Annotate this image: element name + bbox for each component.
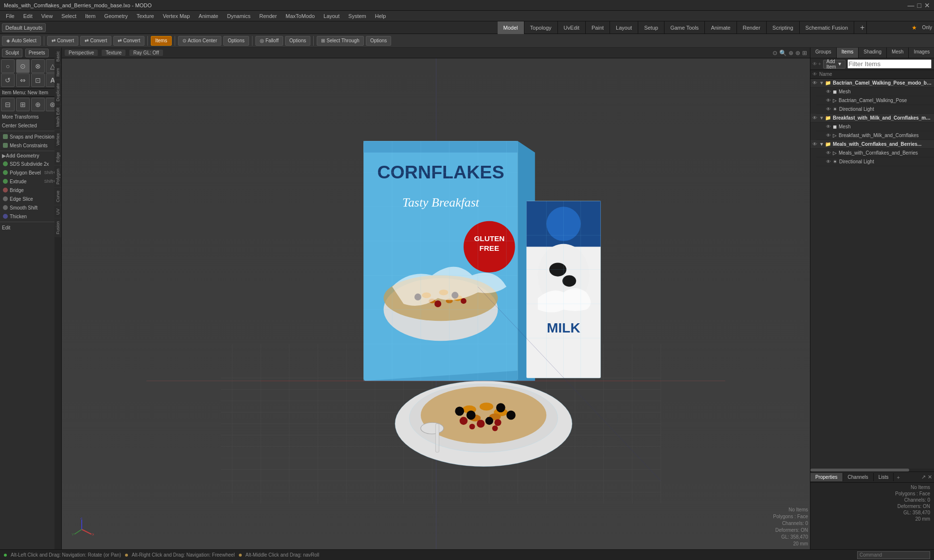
command-input[interactable] [857, 551, 930, 559]
breakfast-item-eye[interactable]: 👁 [826, 133, 831, 138]
breakfast-mesh-row[interactable]: 👁 ◼ Mesh [816, 122, 934, 131]
menu-render[interactable]: Render [255, 12, 281, 20]
meals-collapse-icon[interactable]: ▼ [819, 141, 824, 147]
ray-gl-label[interactable]: Ray GL: Off [129, 50, 163, 56]
menu-file[interactable]: File [2, 12, 18, 20]
vtab-polygon[interactable]: Polygon [54, 165, 61, 188]
sculpt-btn[interactable]: Sculpt [2, 49, 22, 57]
item-menu-dropdown[interactable]: Item Menu: New Item ▼ [0, 88, 61, 97]
meals-group-row[interactable]: 👁 ▼ 📁 Meals_with_Cornflakes_and_Berries.… [810, 140, 934, 149]
mode-icon-1[interactable]: ⊟ [1, 98, 15, 111]
vtab-fusion[interactable]: Fusion [54, 218, 61, 237]
vp-icon-2[interactable]: 🔍 [779, 50, 787, 56]
bactrian-eye[interactable]: 👁 [812, 80, 817, 86]
breakfast-item-row[interactable]: 👁 ▷ Breakfast_with_Milk_and_Cornflakes [816, 131, 934, 140]
bactrian-pose-row[interactable]: 👁 ▷ Bactrian_Camel_Walking_Pose [816, 96, 934, 105]
convert-btn-1[interactable]: ⇄ Convert [47, 36, 78, 46]
filter-items-input[interactable] [847, 59, 932, 69]
edge-slice-btn[interactable]: Edge Slice [0, 194, 61, 203]
thicken-btn[interactable]: Thicken [0, 212, 61, 221]
properties-tab[interactable]: Properties [810, 473, 843, 481]
items-list[interactable]: 👁 ▼ 📁 Bactrian_Camel_Walking_Pose_modo_b… [810, 79, 934, 469]
mode-icon-3[interactable]: ⊕ [31, 98, 45, 111]
tab-topology[interactable]: Topology [524, 21, 558, 34]
falloff-btn[interactable]: ◎ Falloff [255, 36, 283, 46]
dir-light-1-row[interactable]: 👁 ☀ Directional Light [816, 105, 934, 114]
bactrian-mesh-row[interactable]: 👁 ◼ Mesh [816, 88, 934, 96]
tab-render[interactable]: Render [737, 21, 767, 34]
viewport[interactable]: Perspective Texture Ray GL: Off ⊙ 🔍 ⊕ ⊛ … [62, 48, 810, 549]
meals-item-eye[interactable]: 👁 [826, 150, 831, 156]
add-layout-tab[interactable]: + [854, 21, 867, 34]
menu-help[interactable]: Help [371, 12, 390, 20]
layout-dropdown[interactable]: Default Layouts [2, 23, 46, 32]
action-center-btn[interactable]: ⊙ Action Center [178, 36, 222, 46]
action-options-btn[interactable]: Options [223, 36, 249, 46]
lists-tab[interactable]: Lists [874, 473, 894, 481]
tab-groups[interactable]: Groups [810, 48, 837, 58]
scale-icon-btn[interactable]: ⊗ [31, 59, 45, 73]
undo-icon-btn[interactable]: ↺ [1, 73, 15, 87]
falloff-options-btn[interactable]: Options [285, 36, 310, 46]
menu-edit[interactable]: Edit [19, 12, 36, 20]
vtab-vertex[interactable]: Vertex [54, 130, 61, 149]
bactrian-pose-eye[interactable]: 👁 [826, 98, 831, 103]
polygon-bevel-btn[interactable]: Polygon Bevel Shift+B [0, 168, 61, 177]
menu-layout[interactable]: Layout [320, 12, 343, 20]
breakfast-eye[interactable]: 👁 [812, 115, 817, 121]
menu-animate[interactable]: Animate [195, 12, 222, 20]
menu-system[interactable]: System [344, 12, 370, 20]
more-transforms-dropdown[interactable]: More Transforms ▼ [0, 112, 61, 121]
vp-icon-3[interactable]: ⊕ [789, 50, 793, 56]
tab-model[interactable]: Model [498, 21, 524, 34]
star-btn[interactable]: ★ [909, 23, 920, 32]
edit-dropdown[interactable]: Edit ▼ [0, 223, 61, 232]
breakfast-collapse-icon[interactable]: ▼ [819, 115, 824, 121]
tab-game-tools[interactable]: Game Tools [665, 21, 705, 34]
select-options-btn[interactable]: Options [366, 36, 391, 46]
vtab-item[interactable]: Item [54, 65, 61, 80]
rotate-icon-btn[interactable]: ⊙ [16, 59, 30, 73]
vis-icon-2[interactable]: + [818, 61, 821, 67]
tab-setup[interactable]: Setup [638, 21, 665, 34]
convert-btn-3[interactable]: ⇄ Convert [113, 36, 144, 46]
tab-images[interactable]: Images [909, 48, 934, 58]
menu-select[interactable]: Select [57, 12, 80, 20]
add-geometry-header[interactable]: ▶ Add Geometry [0, 152, 61, 159]
bactrian-mesh-eye[interactable]: 👁 [826, 89, 831, 94]
vtab-uv[interactable]: UV [54, 205, 61, 218]
close-btn[interactable]: ✕ [924, 1, 930, 9]
items-btn[interactable]: Items [151, 36, 171, 46]
rb-expand-icon[interactable]: ↗ [921, 474, 926, 480]
tab-uvedit[interactable]: UvEdit [558, 21, 586, 34]
texture-label[interactable]: Texture [102, 50, 126, 56]
tab-paint[interactable]: Paint [586, 21, 610, 34]
smooth-shift-btn[interactable]: Smooth Shift [0, 203, 61, 212]
extrude-btn[interactable]: Extrude Shift+X [0, 177, 61, 186]
breakfast-mesh-eye[interactable]: 👁 [826, 124, 831, 129]
center-selected-dropdown[interactable]: Center Selected ▼ [0, 121, 61, 130]
minimize-btn[interactable]: — [908, 1, 915, 9]
maximize-btn[interactable]: □ [917, 1, 921, 9]
tab-items[interactable]: Items [837, 48, 859, 58]
dir-light-2-row[interactable]: 👁 ☀ Directional Light [816, 158, 934, 166]
meals-item-row[interactable]: 👁 ▷ Meals_with_Cornflakes_and_Berries [816, 149, 934, 158]
convert-btn-2[interactable]: ⇄ Convert [80, 36, 111, 46]
tab-mesh[interactable]: Mesh [887, 48, 909, 58]
vtab-basic[interactable]: Basic [54, 48, 61, 65]
presets-btn[interactable]: Presets [25, 49, 49, 57]
menu-texture[interactable]: Texture [133, 12, 158, 20]
vp-icon-5[interactable]: ⊞ [802, 50, 807, 56]
flip-icon-btn[interactable]: ⇔ [16, 73, 30, 87]
vtab-mesh-edit[interactable]: Mesh Edit [54, 104, 61, 130]
vp-icon-1[interactable]: ⊙ [772, 50, 777, 56]
bactrian-collapse-icon[interactable]: ▼ [819, 80, 824, 86]
channels-tab[interactable]: Channels [843, 473, 874, 481]
add-bottom-tab[interactable]: + [894, 473, 902, 482]
tab-animate[interactable]: Animate [705, 21, 736, 34]
rb-close-icon[interactable]: ✕ [928, 474, 932, 480]
menu-vertex-map[interactable]: Vertex Map [159, 12, 194, 20]
select-through-btn[interactable]: ⊞ Select Through [317, 36, 364, 46]
tab-schematic-fusion[interactable]: Schematic Fusion [800, 21, 854, 34]
vis-icon-1[interactable]: 👁 [812, 61, 817, 67]
